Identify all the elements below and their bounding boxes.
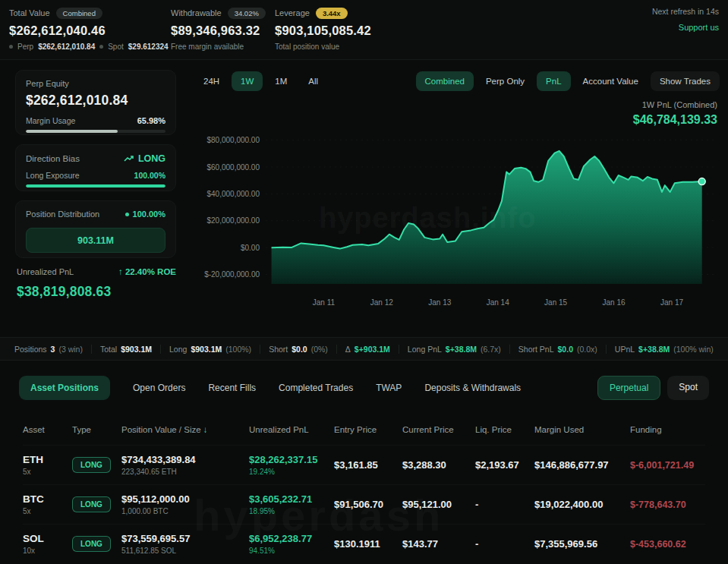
unrealized-pnl-label: Unrealized PnL (17, 267, 74, 276)
position-type-badge: LONG (72, 496, 111, 512)
col-current-price[interactable]: Current Price (402, 425, 475, 434)
margin-usage-value: 65.98% (137, 116, 165, 125)
col-funding[interactable]: Funding (630, 425, 705, 434)
range-tab-group: 24H 1W 1M All (194, 71, 327, 91)
tab-asset-positions[interactable]: Asset Positions (19, 376, 110, 400)
distribution-total-segment[interactable]: 903.11M (26, 228, 165, 253)
chart-pnl-label: 1W PnL (Combined) (633, 100, 717, 109)
position-size: 1,000.00 BTC (121, 507, 249, 515)
position-distribution-value: 100.00% (133, 210, 165, 219)
leverage-label: Leverage (275, 8, 310, 17)
perp-equity-label: Perp Equity (26, 79, 165, 88)
col-unrealized-pnl[interactable]: Unrealized PnL (249, 425, 334, 434)
tab-metric-account-value[interactable]: Account Value (574, 71, 648, 91)
tab-mode-perp-only[interactable]: Perp Only (477, 71, 534, 91)
tab-range-24h[interactable]: 24H (194, 71, 228, 91)
svg-text:$20,000,000.00: $20,000,000.00 (206, 216, 260, 225)
svg-text:Jan 14: Jan 14 (487, 298, 509, 307)
col-type[interactable]: Type (72, 425, 121, 434)
total-value-label: Total Value (9, 8, 50, 17)
tab-open-orders[interactable]: Open Orders (133, 383, 185, 393)
tab-completed-trades[interactable]: Completed Trades (279, 383, 353, 393)
position-distribution-card: Position Distribution 100.00% 903.11M (15, 200, 176, 258)
liq-price: - (475, 538, 534, 550)
leverage-amount: $903,105,085.42 (275, 24, 371, 38)
margin-used: $7,355,969.56 (534, 538, 630, 550)
sort-desc-icon: ↓ (203, 425, 208, 434)
entry-price: $130.1911 (334, 538, 402, 550)
long-exposure-value: 100.00% (134, 171, 165, 180)
col-position-value[interactable]: Position Value / Size ↓ (121, 425, 249, 434)
support-us-link[interactable]: Support us (652, 23, 719, 32)
combined-badge: Combined (56, 8, 102, 19)
tab-deposits-withdrawals[interactable]: Deposits & Withdrawals (424, 383, 521, 393)
withdrawable-label: Withdrawable (171, 8, 222, 17)
svg-text:Jan 11: Jan 11 (313, 298, 336, 307)
svg-text:$-20,000,000.00: $-20,000,000.00 (204, 270, 260, 279)
withdrawable-sub: Free margin available (171, 43, 266, 51)
asset-symbol: ETH (23, 454, 72, 465)
tab-twap[interactable]: TWAP (376, 383, 402, 393)
svg-text:$80,000,000.00: $80,000,000.00 (206, 136, 260, 144)
perp-dot-icon (9, 45, 13, 49)
asset-leverage: 5x (23, 468, 72, 476)
asset-positions-table: Asset Type Position Value / Size ↓ Unrea… (0, 414, 728, 564)
spot-value: $29.612324 (128, 43, 169, 51)
roe-value: ↑ 22.40% ROE (118, 267, 176, 276)
col-liq-price[interactable]: Liq. Price (475, 425, 534, 434)
tab-range-all[interactable]: All (299, 71, 327, 91)
pnl-chart: $80,000,000.00$60,000,000.00$40,000,000.… (196, 126, 720, 314)
position-distribution-label: Position Distribution (26, 210, 99, 219)
top-stats-bar: Total Value Combined $262,612,040.46 Per… (0, 0, 728, 60)
stat-short-pnl: Short PnL $0.0 (0.0x) (509, 345, 606, 354)
svg-text:$60,000,000.00: $60,000,000.00 (206, 163, 260, 172)
asset-symbol: BTC (23, 493, 72, 505)
stat-total: Total $903.1M (91, 345, 160, 354)
col-margin-used[interactable]: Margin Used (534, 425, 630, 434)
tab-range-1m[interactable]: 1M (266, 71, 296, 91)
chart-pnl-summary: 1W PnL (Combined) $46,784,139.33 (633, 100, 717, 127)
margin-used: $19,022,400.00 (534, 499, 630, 510)
col-asset[interactable]: Asset (23, 425, 72, 434)
withdrawable-stat: Withdrawable 34.02% $89,346,963.32 Free … (171, 6, 266, 51)
table-row-sol[interactable]: SOL10x LONG $73,559,695.57511,612.85 SOL… (23, 524, 705, 563)
liq-price: - (475, 499, 534, 510)
chart-controls: 24H 1W 1M All Combined Perp Only PnL Acc… (194, 71, 720, 91)
toggle-perpetual[interactable]: Perpetual (597, 376, 660, 400)
tab-recent-fills[interactable]: Recent Fills (208, 383, 256, 393)
col-entry-price[interactable]: Entry Price (334, 425, 402, 434)
stat-short: Short $0.0 (0%) (260, 345, 336, 354)
pnl-chart-svg: $80,000,000.00$60,000,000.00$40,000,000.… (196, 126, 720, 314)
stat-long-pnl: Long PnL $+38.8M (6.7x) (399, 345, 509, 354)
svg-text:$40,000,000.00: $40,000,000.00 (206, 190, 260, 198)
position-type-badge: LONG (72, 457, 111, 473)
direction-bias-card: Direction Bias LONG Long Exposure 100.00… (15, 144, 176, 191)
current-price: $95,121.00 (402, 499, 475, 510)
unrealized-pnl-value: $38,819,808.63 (17, 284, 176, 300)
table-row-eth[interactable]: ETH5x LONG $734,433,389.84223,340.65 ETH… (23, 445, 705, 484)
svg-text:$0.00: $0.00 (241, 244, 260, 252)
stat-upnl: UPnL $+38.8M (100% win) (606, 345, 722, 354)
unrealized-pnl: $3,605,232.71 (249, 493, 334, 505)
lower-tab-bar: Asset Positions Open Orders Recent Fills… (0, 372, 728, 404)
current-price: $3,288.30 (402, 459, 475, 471)
position-value: $73,559,695.57 (121, 533, 249, 544)
toggle-spot[interactable]: Spot (667, 376, 709, 400)
positions-summary-bar: Positions 3 (3 win) Total $903.1M Long $… (0, 337, 728, 361)
trend-up-icon (124, 155, 134, 162)
unrealized-pnl-block: Unrealized PnL ↑ 22.40% ROE $38,819,808.… (17, 267, 176, 300)
direction-bias-value: LONG (138, 153, 165, 164)
distribution-dot-icon (125, 213, 129, 216)
margin-usage-label: Margin Usage (26, 116, 75, 125)
refresh-countdown: Next refresh in 14s (652, 7, 719, 16)
margin-used: $146,886,677.97 (534, 459, 630, 471)
table-row-btc[interactable]: BTC5x LONG $95,112,000.001,000.00 BTC $3… (23, 484, 705, 524)
perp-value: $262,612,010.84 (38, 43, 95, 51)
position-type-badge: LONG (72, 536, 111, 552)
asset-leverage: 5x (23, 507, 72, 515)
stat-long: Long $903.1M (100%) (160, 345, 260, 354)
tab-range-1w[interactable]: 1W (232, 71, 263, 91)
show-trades-button[interactable]: Show Trades (651, 71, 720, 91)
tab-mode-combined[interactable]: Combined (416, 71, 474, 91)
tab-metric-pnl[interactable]: PnL (537, 71, 570, 91)
